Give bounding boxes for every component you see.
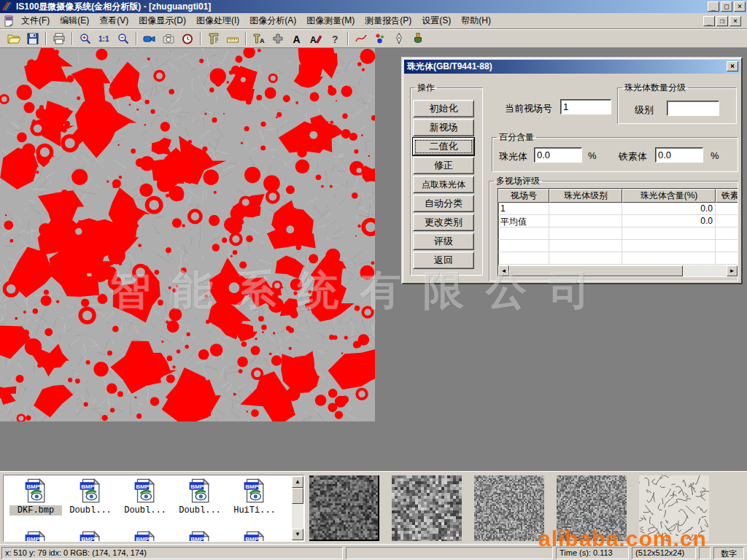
thumbnail-5[interactable]: [639, 475, 709, 541]
file-item-1[interactable]: BMPDKF.bmp: [9, 478, 62, 516]
scroll-thumb[interactable]: [292, 488, 303, 504]
table-row[interactable]: 10.0: [498, 203, 738, 215]
menu-item-9[interactable]: 设置(S): [417, 13, 456, 28]
toolbar-separator: [245, 32, 247, 45]
thumbnail-3[interactable]: [474, 475, 544, 541]
grading-group-label: 珠光体数量分级: [622, 82, 688, 94]
op-button-3[interactable]: 二值化: [413, 138, 474, 155]
menu-item-2[interactable]: 编辑(E): [55, 13, 94, 28]
table-col-3[interactable]: 珠光体含量(%): [622, 189, 716, 203]
print-button[interactable]: [50, 31, 68, 47]
table-col-4[interactable]: 铁素: [716, 189, 738, 203]
micrograph-image[interactable]: [0, 48, 375, 421]
table-row[interactable]: [498, 228, 738, 240]
op-button-5[interactable]: 点取珠光体: [413, 176, 474, 193]
menu-item-10[interactable]: 帮助(H): [456, 13, 496, 28]
table-row[interactable]: [498, 240, 738, 252]
actual-size-button[interactable]: 1:1: [96, 31, 113, 47]
rating-table[interactable]: 视场号珠光体级别珠光体含量(%)铁素 10.0平均值0.0 ◄ ►: [498, 188, 738, 277]
menu-item-1[interactable]: 文件(F): [16, 13, 55, 28]
op-button-4[interactable]: 修正: [413, 157, 474, 174]
ruler-button[interactable]: [224, 31, 241, 47]
file-item-4[interactable]: BMPDoubl...: [174, 478, 226, 516]
zoom-out-button[interactable]: [115, 31, 132, 47]
level-input[interactable]: [667, 101, 719, 116]
measure-text-icon: A: [252, 32, 266, 45]
caliper-button[interactable]: [205, 31, 222, 47]
file-item-3[interactable]: BMPDoubl...: [119, 478, 171, 516]
mdi-minimize-button[interactable]: _: [703, 16, 715, 26]
scroll-down-arrow[interactable]: ▼: [292, 529, 303, 540]
scroll-thumb[interactable]: [509, 265, 683, 276]
scroll-left-arrow[interactable]: ◄: [498, 265, 509, 276]
op-button-9[interactable]: 返回: [413, 252, 474, 269]
zoom-in-button[interactable]: [77, 31, 94, 47]
save-button[interactable]: [24, 31, 42, 47]
dialog-titlebar[interactable]: 珠光体(GB/T9441-88) ×: [404, 60, 740, 74]
menu-item-8[interactable]: 测量报告(P): [360, 13, 417, 28]
table-col-1[interactable]: 视场号: [498, 189, 549, 203]
dialog-title: 珠光体(GB/T9441-88): [407, 61, 492, 73]
file-item-row2-3[interactable]: BMP: [119, 531, 171, 542]
minimize-button[interactable]: _: [708, 1, 719, 12]
current-field-input[interactable]: 1: [560, 99, 611, 114]
file-item-row2-1[interactable]: BMP: [9, 531, 62, 542]
caliper-icon: [207, 32, 220, 45]
grid-button[interactable]: [269, 31, 287, 47]
toolbar-separator: [45, 32, 47, 45]
menu-item-4[interactable]: 图像显示(D): [133, 13, 191, 28]
camera-button[interactable]: [160, 31, 177, 47]
table-cell: [549, 203, 622, 214]
op-button-2[interactable]: 新视场: [413, 119, 474, 136]
toolbar-separator: [200, 32, 201, 45]
text-button[interactable]: A: [288, 31, 306, 47]
file-item-2[interactable]: BMPDoubl...: [64, 478, 117, 516]
dialog-close-button[interactable]: ×: [727, 61, 738, 71]
file-item-row2-5[interactable]: BMP: [228, 531, 281, 542]
file-item-row2-4[interactable]: BMP: [174, 531, 226, 542]
op-button-1[interactable]: 初始化: [413, 100, 474, 117]
maximize-button[interactable]: □: [721, 1, 732, 12]
help-button[interactable]: ?: [326, 31, 344, 47]
table-row[interactable]: 平均值0.0: [498, 215, 738, 228]
timer-button[interactable]: [179, 31, 196, 47]
document-icon: DOC: [3, 15, 16, 28]
open-button[interactable]: [5, 31, 23, 47]
menu-item-5[interactable]: 图像处理(I): [191, 13, 244, 28]
pen-button[interactable]: [390, 31, 408, 47]
ferrite-input[interactable]: 0.0: [655, 147, 703, 163]
brush-button[interactable]: [409, 31, 427, 47]
menu-item-3[interactable]: 查看(V): [94, 13, 133, 28]
video-camera-button[interactable]: [141, 31, 158, 47]
op-button-8[interactable]: 评级: [413, 233, 474, 250]
mdi-restore-button[interactable]: ❐: [716, 16, 728, 26]
thumbnail-1[interactable]: [309, 475, 379, 541]
table-row[interactable]: [498, 252, 738, 265]
pearlite-input[interactable]: 0.0: [534, 147, 582, 163]
op-button-6[interactable]: 自动分类: [413, 195, 474, 212]
measure-text-button[interactable]: A: [250, 31, 268, 47]
curve-button[interactable]: [352, 31, 370, 47]
table-cell: [716, 252, 738, 264]
table-hscrollbar[interactable]: ◄ ►: [498, 265, 738, 276]
thumbnail-4[interactable]: [557, 475, 627, 541]
points-button[interactable]: [371, 31, 389, 47]
file-item-row2-2[interactable]: BMP: [64, 531, 117, 542]
table-col-2[interactable]: 珠光体级别: [549, 189, 622, 203]
scroll-up-arrow[interactable]: ▲: [292, 476, 303, 488]
file-browser[interactable]: BMPDKF.bmpBMPDoubl...BMPDoubl...BMPDoubl…: [3, 475, 305, 542]
file-item-5[interactable]: BMPHuiTi...: [228, 478, 281, 516]
curve-icon: [355, 32, 368, 45]
mode-status: 数字: [713, 547, 744, 559]
thumbnail-2[interactable]: [392, 475, 462, 541]
mdi-close-button[interactable]: ×: [729, 16, 741, 26]
op-button-7[interactable]: 更改类别: [413, 214, 474, 231]
file-vscrollbar[interactable]: ▲ ▼: [292, 476, 303, 540]
scroll-right-arrow[interactable]: ►: [727, 265, 738, 276]
annotate-button[interactable]: A: [307, 31, 325, 47]
close-button[interactable]: ×: [734, 1, 746, 12]
actual-size-icon: 1:1: [98, 32, 111, 45]
menu-item-7[interactable]: 图像测量(M): [301, 13, 360, 28]
svg-text:BMP: BMP: [81, 536, 95, 542]
menu-item-6[interactable]: 图像分析(A): [244, 13, 301, 28]
